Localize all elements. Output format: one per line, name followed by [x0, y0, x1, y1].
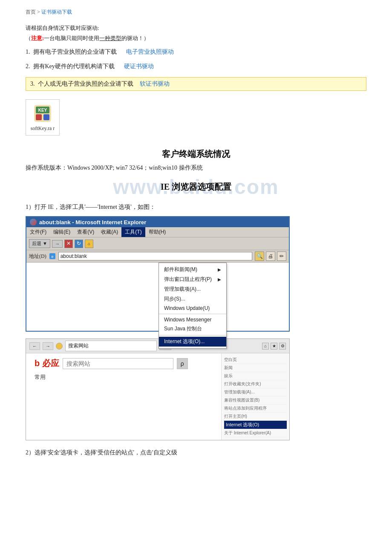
bing-search-icon[interactable]: ρ: [177, 358, 188, 369]
download-section: 请根据自身情况下载对应驱动: （注意:一台电脑只能同时使用一种类型的驱动！） 1…: [26, 24, 366, 91]
breadcrumb-separator: >: [36, 9, 41, 15]
ie2-search-input[interactable]: 搜索网站: [65, 341, 157, 351]
ie-address-label: 地址(D): [29, 253, 46, 260]
breadcrumb-current[interactable]: 证书驱动下载: [41, 9, 72, 15]
download-intro: 请根据自身情况下载对应驱动:: [26, 24, 366, 32]
ie-address-bar: 地址(D) e about:blank 🔍 🖨 ✏: [26, 250, 289, 263]
svg-rect-2: [36, 114, 42, 120]
ie2-sidebar-about-ie: 关于 Internet Explorer(A): [224, 429, 287, 437]
ie2-back-btn[interactable]: ←: [29, 342, 40, 350]
download-item-1: 1. 拥有电子营业执照的企业请下载 电子营业执照驱动: [26, 48, 366, 56]
ie-screenshot: about:blank - Microsoft Internet Explore…: [26, 216, 290, 332]
bing-search-input[interactable]: [63, 358, 173, 369]
ie-menu-internet-options[interactable]: Internet 选项(O)...: [159, 337, 226, 347]
os-info: 操作系统版本：Windows 2000/XP; win7 32/64；win8;…: [26, 164, 366, 172]
download-num-1: 1.: [26, 49, 30, 55]
ie-section-wrapper: www.baidu.com IE 浏览器选项配置: [26, 176, 366, 197]
ie2-content: b 必应 ρ 常用 空白页 新闻 娱乐 打开收藏夹(文件夹) 管理加载项(A).…: [26, 353, 289, 440]
ie2-tools-icon[interactable]: ⚙: [279, 343, 286, 350]
softkey-label: softKey.ra r: [31, 125, 55, 132]
svg-rect-3: [43, 114, 49, 120]
ie-menubar: 文件(F) 编辑(E) 查看(V) 收藏(A) 工具(T) 帮助(H): [26, 227, 289, 237]
ie2-sidebar-item-7: 将站点添加到应用程序: [224, 405, 287, 413]
download-link-1[interactable]: 电子营业执照驱动: [126, 48, 174, 56]
svg-text:e: e: [51, 254, 53, 259]
ie-menu-tools[interactable]: 工具(T): [121, 227, 145, 237]
ie-menu-addons[interactable]: 管理加载项(A)...: [159, 284, 226, 294]
print-icon[interactable]: 🖨: [266, 251, 275, 261]
ie-back-btn[interactable]: 后退 ▼: [29, 239, 50, 248]
step2-text: 2）选择'安全'选项卡，选择'受信任的站点'，点击'自定义级: [26, 449, 366, 457]
ie-stop-btn[interactable]: ✕: [64, 240, 73, 248]
download-item-2: 2. 拥有Key硬件的代理机构请下载 硬证书驱动: [26, 63, 366, 70]
ie2-sidebar-item-5: 管理加载项(A)...: [224, 388, 287, 396]
note-suffix: 的驱动！）: [121, 35, 149, 41]
ie-menu-java[interactable]: Sun Java 控制台: [159, 324, 226, 334]
ie-refresh-btn[interactable]: ↻: [75, 240, 83, 248]
note-content: 一台电脑只能同时使用: [44, 35, 99, 41]
ie2-sidebar-internet-options[interactable]: Internet 选项(O): [224, 421, 287, 429]
download-item-3: 3. 个人或无电子营业执照的企业请下载 软证书驱动: [26, 77, 366, 91]
ie2-sidebar-item-2: 新闻: [224, 364, 287, 372]
separator-2: [159, 335, 226, 335]
ie-tools-dropdown: 邮件和新闻(M)▶ 弹出窗口阻止程序(P)▶ 管理加载项(A)... 同步(S)…: [159, 263, 227, 349]
ie-menu-messenger[interactable]: Windows Messenger: [159, 315, 226, 324]
ie2-page: b 必应 ρ 常用: [26, 353, 221, 440]
ie2-forward-btn[interactable]: →: [43, 342, 53, 350]
ie-menu-view[interactable]: 查看(V): [74, 227, 98, 237]
download-note: （注意:一台电脑只能同时使用一种类型的驱动！）: [26, 35, 366, 42]
ie-section-heading: IE 浏览器选项配置: [26, 176, 366, 197]
ie-address-input[interactable]: about:blank: [58, 252, 252, 260]
ie-menu-help[interactable]: 帮助(H): [145, 227, 170, 237]
bing-logo: b 必应: [35, 358, 59, 369]
ie2-sidebar-item-8: 打开主页(H): [224, 413, 287, 421]
breadcrumb-home: 首页: [26, 9, 36, 15]
ie-menu-sync[interactable]: 同步(S)...: [159, 294, 226, 304]
ie2-toolbar-right: ⌂ ★ ⚙: [262, 343, 286, 350]
ie2-sidebar-item-4: 打开收藏夹(文件夹): [224, 380, 287, 388]
ie-menu-file[interactable]: 文件(F): [26, 227, 50, 237]
ie2-home-icon[interactable]: ⌂: [262, 343, 269, 350]
ie-forward-btn[interactable]: →: [52, 240, 63, 248]
ie-logo-icon: [30, 219, 37, 225]
ie-menu-favorites[interactable]: 收藏(A): [98, 227, 121, 237]
ie2-topbar: ← → 搜索网站 🔍 ⌂ ★ ⚙: [26, 339, 289, 353]
download-link-3[interactable]: 软证书驱动: [140, 80, 170, 88]
ie-toolbar: 后退 ▼ → ✕ ↻ ⌂: [26, 237, 289, 250]
ie2-fav-icon[interactable]: ★: [271, 343, 277, 350]
note-prefix: （: [26, 35, 31, 41]
download-link-2[interactable]: 硬证书驱动: [124, 63, 154, 70]
download-text-1: 拥有电子营业执照的企业请下载: [33, 48, 117, 56]
ie2-screenshot: ← → 搜索网站 🔍 ⌂ ★ ⚙ b 必应 ρ 常用 空白页 新闻 娱乐 打开收…: [26, 338, 290, 440]
ie-window-title: about:blank - Microsoft Internet Explore…: [39, 219, 146, 225]
separator-1: [159, 314, 226, 314]
section1-heading: 客户终端系统情况: [26, 148, 366, 160]
search-icon[interactable]: 🔍: [255, 251, 264, 261]
svg-text:KEY: KEY: [38, 108, 47, 113]
ie-page: [26, 263, 289, 331]
ie-menu-winupdate[interactable]: Windows Update(U): [159, 304, 226, 312]
download-text-3: 个人或无电子营业执照的企业请下载: [38, 80, 133, 88]
ie-page-icon: e: [49, 253, 56, 260]
softkey-icon: KEY: [32, 103, 53, 124]
ie2-sidebar-item-6: 兼容性视图设置(B): [224, 396, 287, 405]
edit-icon[interactable]: ✏: [277, 251, 286, 261]
note-warn: 注意:: [31, 35, 44, 41]
step1-text: 1）打开 IE，选择'工具'——'Internet 选项'，如图：: [26, 203, 366, 211]
ie2-sidebar-item-1: 空白页: [224, 356, 287, 364]
ie2-sidebar: 空白页 新闻 娱乐 打开收藏夹(文件夹) 管理加载项(A)... 兼容性视图设置…: [221, 353, 289, 440]
ie2-common-label: 常用: [35, 373, 46, 381]
softkey-area: KEY softKey.ra r: [26, 99, 60, 136]
ie-content-area: 邮件和新闻(M)▶ 弹出窗口阻止程序(P)▶ 管理加载项(A)... 同步(S)…: [26, 263, 289, 331]
ie2-search-area: b 必应 ρ: [35, 358, 188, 369]
ie-menu-popup[interactable]: 弹出窗口阻止程序(P)▶: [159, 275, 226, 284]
download-text-2: 拥有Key硬件的代理机构请下载: [33, 63, 115, 70]
ie-menu-edit[interactable]: 编辑(E): [50, 227, 74, 237]
note-type: 一种类型: [99, 35, 121, 41]
download-num-3: 3.: [30, 81, 35, 87]
ie-home-btn[interactable]: ⌂: [85, 240, 93, 248]
ie2-refresh-icon[interactable]: [56, 343, 63, 350]
ie2-sidebar-item-3: 娱乐: [224, 372, 287, 380]
ie-toolbar-icons: 🔍 🖨 ✏: [255, 251, 286, 261]
ie-menu-mail[interactable]: 邮件和新闻(M)▶: [159, 265, 226, 275]
